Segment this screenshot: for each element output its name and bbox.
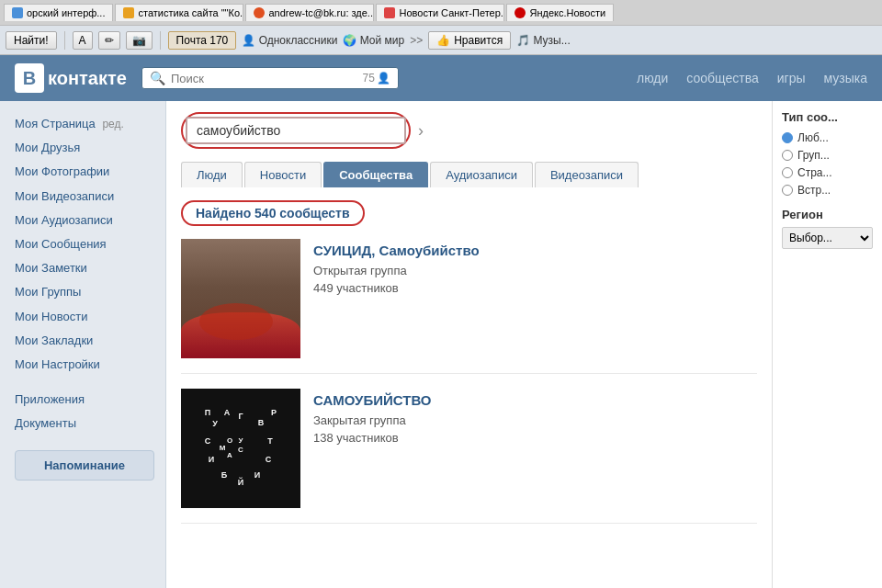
sidebar-item-settings[interactable]: Мои Настройки <box>15 353 154 377</box>
search-query-outline <box>181 112 411 149</box>
nav-communities[interactable]: сообщества <box>686 71 758 85</box>
svg-text:А: А <box>224 408 231 417</box>
like-button[interactable]: 👍 Нравится <box>428 31 511 50</box>
sidebar-item-messages[interactable]: Мои Сообщения <box>15 232 154 256</box>
nav-games[interactable]: игры <box>777 71 806 85</box>
svg-text:С: С <box>266 455 272 464</box>
search-icon: 🔍 <box>150 71 165 85</box>
tab-5[interactable]: Яндекс.Новости <box>506 4 614 21</box>
vk-logo-v: В <box>15 63 44 93</box>
svg-text:А: А <box>227 451 232 459</box>
toolbar-separator-2 <box>160 31 161 50</box>
vk-sidebar: Моя Страница ред. Мои Друзья Мои Фотогра… <box>0 101 165 588</box>
vk-main: Моя Страница ред. Мои Друзья Мои Фотогра… <box>0 101 882 588</box>
sidebar-item-bookmarks[interactable]: Мои Закладки <box>15 329 154 353</box>
sidebar-item-photos[interactable]: Мои Фотографии <box>15 160 154 184</box>
radio-2[interactable] <box>782 150 793 161</box>
svg-text:У: У <box>239 436 244 445</box>
radio-4[interactable] <box>782 185 793 196</box>
sidebar-item-notes[interactable]: Мои Заметки <box>15 256 154 280</box>
toolbar-more[interactable]: >> <box>410 34 423 47</box>
filter-region-select[interactable]: Выбор... <box>782 227 873 249</box>
tab-icon-5 <box>514 7 526 18</box>
tab-3[interactable]: andrew-tc@bk.ru: зде... <box>245 4 374 21</box>
tab-icon-3 <box>254 7 265 18</box>
group-name-1[interactable]: СУИЦИД, Самоубийство <box>313 243 757 258</box>
group2-svg: Г В Т С И Й Б И С У А П Р <box>195 402 287 494</box>
search-query-input[interactable] <box>186 117 406 144</box>
highlight-button[interactable]: ✏ <box>98 31 120 50</box>
group-members-2: 138 участников <box>313 431 757 445</box>
group-thumb-1 <box>181 239 300 358</box>
vk-content: › Люди Новости Сообщества Аудиозаписи Ви… <box>165 101 772 588</box>
tab-audio[interactable]: Аудиозаписи <box>430 162 533 187</box>
sidebar-item-audio[interactable]: Мои Аудиозаписи <box>15 209 154 232</box>
tab-icon-2 <box>123 7 134 18</box>
vk-page: В контакте 🔍 75 👤 люди сообщества игры м… <box>0 55 882 588</box>
svg-text:О: О <box>227 436 232 445</box>
vk-search-input[interactable] <box>171 72 357 85</box>
tab-video[interactable]: Видеозаписи <box>535 162 639 187</box>
filter-option-3[interactable]: Стра... <box>782 166 873 179</box>
sidebar-item-videos[interactable]: Мои Видеозаписи <box>15 185 154 209</box>
sidebar-item-friends[interactable]: Мои Друзья <box>15 136 154 160</box>
sidebar-item-docs[interactable]: Документы <box>15 412 154 435</box>
group1-image <box>181 239 300 358</box>
mail-badge[interactable]: Почта 170 <box>168 31 237 50</box>
svg-text:И: И <box>254 470 260 480</box>
tab-news[interactable]: Новости <box>244 162 322 187</box>
results-header: Найдено 540 сообществ <box>196 206 350 220</box>
font-button[interactable]: A <box>73 31 93 50</box>
group-item-1: СУИЦИД, Самоубийство Открытая группа 449… <box>181 239 757 374</box>
sidebar-section-2: Приложения Документы <box>15 388 154 435</box>
filter-option-1[interactable]: Люб... <box>782 131 873 144</box>
svg-text:В: В <box>258 418 265 427</box>
svg-text:С: С <box>205 436 211 446</box>
music-link[interactable]: 🎵 Музы... <box>516 34 571 47</box>
nav-people[interactable]: люди <box>637 71 668 85</box>
filter-option-2[interactable]: Груп... <box>782 149 873 162</box>
sidebar-item-apps[interactable]: Приложения <box>15 388 154 412</box>
tab-people[interactable]: Люди <box>181 162 243 187</box>
radio-3[interactable] <box>782 167 793 178</box>
ok-link[interactable]: 👤 Одноклассники <box>242 34 337 47</box>
svg-text:Б: Б <box>221 470 228 480</box>
filter-type-title: Тип соо... <box>782 110 873 124</box>
group-thumb-2: Г В Т С И Й Б И С У А П Р <box>181 389 300 508</box>
vk-nav: люди сообщества игры музыка <box>637 71 867 85</box>
radio-1[interactable] <box>782 132 793 143</box>
svg-text:И: И <box>209 455 214 464</box>
filter-option-4[interactable]: Встр... <box>782 184 873 197</box>
sidebar-reminder[interactable]: Напоминание <box>15 450 154 481</box>
search-go-button[interactable]: › <box>418 121 424 141</box>
sidebar-item-mypage[interactable]: Моя Страница ред. <box>15 112 154 136</box>
vk-logo[interactable]: В контакте <box>15 63 127 93</box>
group-type-2: Закрытая группа <box>313 413 757 427</box>
browser-tabs: орский интерф... статистика сайта ""Ко..… <box>0 0 882 26</box>
browser-toolbar: Найти! A ✏ 📷 Почта 170 👤 Одноклассники 🌍… <box>0 26 882 55</box>
group-item-2: Г В Т С И Й Б И С У А П Р <box>181 389 757 524</box>
group-info-2: САМОУБИЙСТВО Закрытая группа 138 участни… <box>313 389 757 508</box>
group-type-1: Открытая группа <box>313 264 757 277</box>
tab-2[interactable]: статистика сайта ""Ко... <box>115 4 243 21</box>
group-name-2[interactable]: САМОУБИЙСТВО <box>313 392 757 408</box>
group-members-1: 449 участников <box>313 281 757 295</box>
sidebar-item-groups[interactable]: Мои Группы <box>15 280 154 304</box>
mymirror-link[interactable]: 🌍 Мой мир <box>343 34 404 47</box>
svg-text:У: У <box>212 419 218 428</box>
tab-1[interactable]: орский интерф... <box>4 4 113 21</box>
find-button[interactable]: Найти! <box>6 31 57 50</box>
tab-4[interactable]: Новости Санкт-Петер... <box>376 4 504 21</box>
tab-icon-4 <box>384 7 395 18</box>
camera-button[interactable]: 📷 <box>126 31 153 50</box>
svg-text:С: С <box>238 446 243 454</box>
vk-search-box[interactable]: 🔍 75 👤 <box>141 67 399 89</box>
svg-text:Р: Р <box>271 408 277 417</box>
nav-music[interactable]: музыка <box>824 71 867 85</box>
search-query-bar: › <box>181 112 757 149</box>
tab-icon-1 <box>12 7 23 18</box>
toolbar-separator-1 <box>64 31 65 50</box>
filter-region-title: Регион <box>782 208 873 221</box>
sidebar-item-mynews[interactable]: Мои Новости <box>15 305 154 329</box>
tab-communities[interactable]: Сообщества <box>323 162 428 187</box>
